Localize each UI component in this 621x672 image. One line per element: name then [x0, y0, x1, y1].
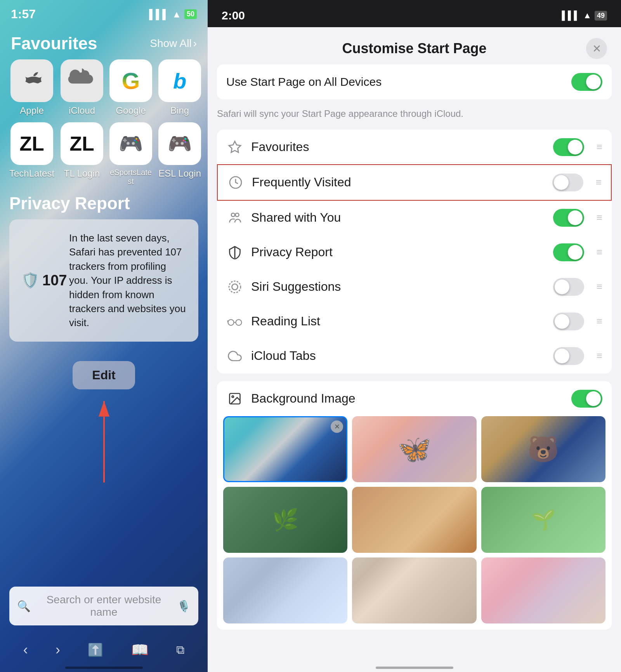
glasses-icon [226, 313, 243, 330]
app-label-esllogin: ESL Login [158, 168, 201, 179]
search-icon: 🔍 [17, 600, 31, 613]
cloud-icon [226, 347, 243, 365]
icloud-icon [61, 59, 103, 102]
bg-thumb-7[interactable] [223, 557, 347, 623]
favourites-drag-handle[interactable]: ≡ [597, 141, 602, 153]
app-tllogin[interactable]: ZL TL Login [61, 122, 103, 186]
home-indicator [65, 667, 143, 669]
reading-list-row: Reading List ≡ [217, 304, 612, 339]
show-all-button[interactable]: Show All › [150, 37, 197, 50]
frequently-visited-toggle[interactable] [552, 174, 583, 191]
close-button[interactable]: ✕ [586, 38, 607, 59]
star-icon [226, 139, 243, 156]
search-placeholder: Search or enter website name [35, 594, 172, 618]
sync-label: Use Start Page on All Devices [226, 75, 564, 89]
siri-toggle[interactable] [553, 278, 584, 296]
search-bar[interactable]: 🔍 Search or enter website name 🎙️ [9, 587, 198, 625]
mic-icon[interactable]: 🎙️ [177, 600, 191, 613]
reading-drag-handle[interactable]: ≡ [597, 315, 602, 327]
time-right: 2:00 [222, 9, 245, 22]
icloud-tabs-label: iCloud Tabs [251, 349, 545, 363]
background-images-grid: ✕ 🦋 🐻 🌿 🌱 [217, 416, 612, 630]
modal-sheet: Customise Start Page ✕ Use Start Page on… [208, 29, 621, 672]
sync-toggle[interactable] [571, 73, 602, 91]
status-icons-right: ▌▌▌ ▲ 49 [562, 10, 607, 21]
edit-section: Edit [0, 349, 208, 484]
svg-point-7 [229, 281, 241, 293]
app-techlatest[interactable]: ZL TechLatest [9, 122, 54, 186]
bookmarks-icon[interactable]: 📖 [131, 642, 149, 658]
modal-header: Customise Start Page ✕ [208, 29, 621, 64]
siri-drag-handle[interactable]: ≡ [597, 281, 602, 293]
tllogin-icon: ZL [61, 122, 103, 165]
deselect-bg-1[interactable]: ✕ [331, 420, 343, 433]
signal-right-icon: ▌▌▌ [562, 10, 580, 21]
favourites-row-label: Favourites [251, 140, 545, 154]
bottom-nav: ‹ › ⬆️ 📖 ⧉ [0, 636, 208, 664]
esllogin-icon: 🎮 [158, 122, 201, 165]
bg-thumb-1[interactable]: ✕ [223, 416, 347, 482]
app-icloud[interactable]: iCloud [61, 59, 103, 116]
frequently-visited-row: Frequently Visited ≡ [218, 165, 611, 200]
favourites-title: Favourites [11, 34, 97, 53]
edit-button[interactable]: Edit [73, 361, 135, 389]
sync-row: Use Start Page on All Devices [217, 64, 612, 99]
share-icon[interactable]: ⬆️ [88, 642, 103, 657]
tracker-count: 🛡️ 107 [21, 272, 60, 289]
siri-row: Siri Suggestions ≡ [217, 269, 612, 304]
shared-drag-handle[interactable]: ≡ [597, 212, 602, 224]
techlatest-icon: ZL [10, 122, 53, 165]
wifi-icon: ▲ [172, 9, 181, 20]
reading-list-label: Reading List [251, 314, 545, 328]
google-icon: G [109, 59, 152, 102]
bg-thumb-2[interactable]: 🦋 [352, 416, 476, 482]
favourites-toggle[interactable] [553, 138, 584, 156]
privacy-toggle[interactable] [553, 243, 584, 261]
background-image-toggle[interactable] [571, 390, 602, 408]
privacy-card: 🛡️ 107 In the last seven days, Safari ha… [9, 219, 198, 342]
bg-thumb-3[interactable]: 🐻 [481, 416, 605, 482]
reading-row-wrapper: Reading List ≡ [217, 304, 612, 339]
privacy-section: Privacy Report 🛡️ 107 In the last seven … [0, 194, 208, 349]
bg-thumb-9[interactable] [481, 557, 605, 623]
app-google[interactable]: G Google [109, 59, 152, 116]
bg-thumb-8[interactable] [352, 557, 476, 623]
app-esportslate[interactable]: 🎮 eSportsLatest [109, 122, 152, 186]
privacy-drag-handle[interactable]: ≡ [597, 246, 602, 258]
arrow-container [96, 397, 112, 484]
left-phone: 1:57 ▌▌▌ ▲ 50 Favourites Show All › Appl… [0, 0, 208, 672]
icloud-drag-handle[interactable]: ≡ [597, 350, 602, 362]
clock-icon [227, 174, 244, 191]
shared-toggle[interactable] [553, 209, 584, 227]
people-icon [226, 209, 243, 226]
icloud-tabs-row: iCloud Tabs ≡ [217, 339, 612, 373]
frequently-visited-drag-handle[interactable]: ≡ [596, 176, 602, 188]
tabs-icon[interactable]: ⧉ [176, 643, 184, 657]
svg-line-12 [227, 320, 228, 322]
bg-thumb-6[interactable]: 🌱 [481, 487, 605, 553]
app-label-google: Google [116, 105, 146, 116]
shared-row: Shared with You ≡ [217, 200, 612, 235]
icloud-toggle[interactable] [553, 347, 584, 365]
frequently-visited-row-wrapper: Frequently Visited ≡ [217, 164, 612, 201]
back-icon[interactable]: ‹ [23, 642, 28, 658]
forward-icon[interactable]: › [56, 642, 60, 658]
svg-point-9 [228, 320, 234, 325]
bg-thumb-4[interactable]: 🌿 [223, 487, 347, 553]
app-label-techlatest: TechLatest [9, 168, 54, 179]
app-label-esportslate: eSportsLatest [110, 168, 152, 186]
app-bing[interactable]: b Bing [158, 59, 201, 116]
app-label-bing: Bing [170, 105, 189, 116]
reading-toggle[interactable] [553, 313, 584, 330]
app-apple[interactable]: Apple [9, 59, 54, 116]
home-indicator-right [376, 667, 453, 669]
wifi-right-icon: ▲ [583, 10, 592, 21]
siri-icon [226, 278, 243, 295]
bg-thumb-5[interactable] [352, 487, 476, 553]
shield-icon-small: 🛡️ [21, 272, 39, 289]
close-icon: ✕ [592, 42, 601, 55]
svg-marker-2 [229, 141, 241, 153]
background-image-label: Background Image [251, 391, 564, 406]
app-esllogin[interactable]: 🎮 ESL Login [158, 122, 201, 186]
svg-point-5 [236, 213, 239, 217]
